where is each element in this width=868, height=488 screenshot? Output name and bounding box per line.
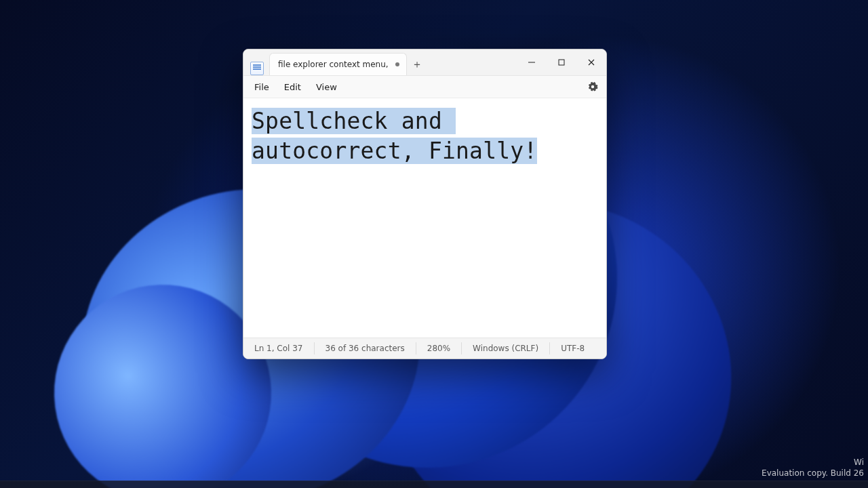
document-tab[interactable]: file explorer context menu, window xyxy=(269,53,407,75)
minimize-button[interactable] xyxy=(517,49,547,75)
editor-content: Spellcheck and autocorrect, Finally! xyxy=(252,106,598,165)
status-encoding[interactable]: UTF-8 xyxy=(549,342,595,354)
window-controls xyxy=(517,49,606,75)
svg-rect-0 xyxy=(559,60,564,65)
selected-text: Spellcheck and xyxy=(252,108,456,134)
menu-edit[interactable]: Edit xyxy=(277,79,308,95)
menu-view[interactable]: View xyxy=(309,79,344,95)
menu-bar: File Edit View xyxy=(243,76,606,98)
tab-strip: file explorer context menu, window ＋ xyxy=(243,49,517,75)
status-cursor-position: Ln 1, Col 37 xyxy=(243,342,314,354)
plus-icon: ＋ xyxy=(412,58,422,72)
desktop-wallpaper: file explorer context menu, window ＋ xyxy=(0,0,868,488)
status-line-ending[interactable]: Windows (CRLF) xyxy=(461,342,549,354)
close-button[interactable] xyxy=(576,49,606,75)
maximize-button[interactable] xyxy=(547,49,576,75)
selected-text: autocorrect, Finally! xyxy=(252,138,537,164)
settings-button[interactable] xyxy=(583,79,602,95)
status-bar: Ln 1, Col 37 36 of 36 characters 280% Wi… xyxy=(243,338,606,359)
minimize-icon xyxy=(528,59,535,66)
notepad-app-icon xyxy=(250,62,264,75)
maximize-icon xyxy=(558,59,565,66)
windows-watermark: Wi Evaluation copy. Build 26 xyxy=(762,457,864,479)
status-char-count: 36 of 36 characters xyxy=(314,342,416,354)
unsaved-indicator-icon xyxy=(395,62,399,66)
titlebar[interactable]: file explorer context menu, window ＋ xyxy=(243,49,606,76)
watermark-line: Wi xyxy=(762,457,864,468)
status-zoom[interactable]: 280% xyxy=(416,342,461,354)
close-icon xyxy=(588,59,595,66)
gear-icon xyxy=(587,81,598,92)
taskbar[interactable] xyxy=(0,481,868,488)
new-tab-button[interactable]: ＋ xyxy=(407,54,427,75)
notepad-window: file explorer context menu, window ＋ xyxy=(243,49,607,359)
tab-title: file explorer context menu, window xyxy=(278,60,390,69)
menu-file[interactable]: File xyxy=(248,79,276,95)
text-editor[interactable]: Spellcheck and autocorrect, Finally! xyxy=(243,98,606,338)
watermark-line: Evaluation copy. Build 26 xyxy=(762,468,864,479)
